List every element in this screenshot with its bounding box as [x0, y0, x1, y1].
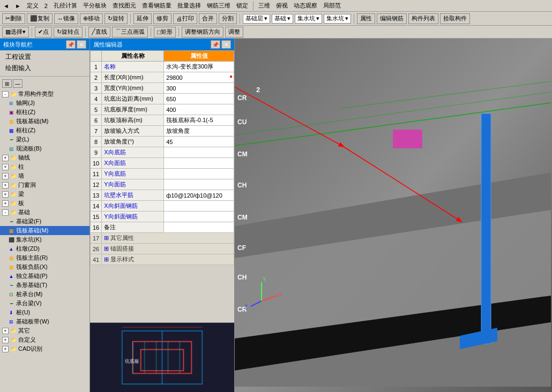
prop-value-14[interactable] — [164, 201, 234, 212]
collapse-btn[interactable]: — — [13, 79, 23, 88]
nav-back-btn[interactable]: ◄ — [1, 2, 11, 10]
sump2-dropdown[interactable]: 集水坑 ▾ — [324, 14, 351, 24]
tree-item-fb[interactable]: ━ 基础梁(F) — [0, 217, 89, 226]
plus-icon-26[interactable]: ⊞ — [104, 245, 109, 252]
prop-value-5[interactable]: 400 — [164, 104, 234, 115]
prop-value-16[interactable] — [164, 222, 234, 233]
delete-btn[interactable]: ✂ 删除 — [2, 13, 25, 24]
mirror-btn[interactable]: ↔ 镜像 — [54, 13, 78, 24]
tree-item-common[interactable]: - 📁 常用构件类型 — [0, 89, 89, 99]
tree-item-axisgroup[interactable]: + 📁 轴线 — [0, 153, 89, 162]
toolbar-avg-btn[interactable]: 平分板块 — [81, 1, 109, 11]
tree-item-wall[interactable]: + 📁 墙 — [0, 171, 89, 180]
tree-item-slab[interactable]: + 📁 板 — [0, 199, 89, 208]
prop-value-9[interactable] — [164, 147, 234, 158]
toolbar-rebar-qty-btn[interactable]: 查看钢筋量 — [140, 1, 174, 11]
plus-icon-41[interactable]: ⊞ — [104, 256, 109, 262]
toolbar-hole-btn[interactable]: 孔径计算 — [51, 1, 79, 11]
tree-item-frame[interactable]: ▩ 框柱(Z) — [0, 126, 89, 135]
expand-cad[interactable]: + — [2, 346, 9, 352]
property-btn[interactable]: 属性 — [357, 13, 375, 24]
tree-item-beam[interactable]: + 📁 梁 — [0, 190, 89, 199]
prop-value-6[interactable]: 筏板底标高-0.1(-5 — [164, 115, 234, 126]
point-btn[interactable]: ✔ 点 — [35, 27, 52, 37]
print-btn[interactable]: 🖨 打印 — [173, 13, 197, 24]
component-list-btn[interactable]: 构件列表 — [408, 13, 438, 24]
expand-door[interactable]: + — [2, 182, 9, 189]
select-btn[interactable]: ▦ 选择 ▾ — [2, 27, 29, 37]
layer-dropdown[interactable]: 基础层 ▾ — [243, 14, 270, 24]
sump-dropdown[interactable]: 集水坑 ▾ — [295, 14, 322, 24]
prop-value-13[interactable]: ф10@120/ф10@120 — [164, 190, 234, 201]
edit-rebar-btn[interactable]: 编辑钢筋 — [377, 13, 407, 24]
expand-beam[interactable]: + — [2, 191, 9, 198]
prop-value-3[interactable]: 300 — [164, 83, 234, 94]
tree-item-door[interactable]: + 📁 门窗洞 — [0, 180, 89, 190]
tree-item-foundation[interactable]: - 📁 基础 — [0, 208, 89, 217]
drawing-input-item[interactable]: 绘图输入 — [2, 63, 87, 74]
prop-value-15[interactable] — [164, 212, 234, 222]
expand-wall[interactable]: + — [2, 173, 9, 179]
tree-item-pier[interactable]: ▲ 柱墩(ZD) — [0, 244, 89, 253]
prop-value-10[interactable] — [164, 158, 234, 169]
tree-item-column[interactable]: ▣ 框柱(Z) — [0, 108, 89, 117]
tree-item-basestrip[interactable]: ⊞ 基础板带(W) — [0, 317, 89, 326]
line-btn[interactable]: ╱ 直线 — [88, 27, 110, 37]
expand-slab[interactable]: + — [2, 200, 9, 207]
tree-item-pillar[interactable]: + 📁 柱 — [0, 162, 89, 171]
tree-item-beam-l[interactable]: ━ 梁(L) — [0, 135, 89, 144]
plus-icon-17[interactable]: ⊞ — [104, 235, 109, 241]
split-btn[interactable]: 分割 — [219, 13, 237, 24]
toolbar-lock-btn[interactable]: 锁定 — [234, 1, 250, 11]
toolbar-topview-btn[interactable]: 俯视 — [274, 1, 290, 11]
tree-item-strip[interactable]: ━ 条形基础(T) — [0, 281, 89, 290]
project-settings-item[interactable]: 工程设置 — [2, 51, 87, 63]
nav-close-btn[interactable]: ✕ — [77, 40, 86, 49]
adjust-dir-btn[interactable]: 调整钢筋方向 — [182, 27, 223, 37]
toolbar-orbit-btn[interactable]: 动态观察 — [292, 1, 319, 11]
tree-item-isolated[interactable]: ▲ 独立基础(P) — [0, 272, 89, 281]
adjust-btn[interactable]: 调整 — [225, 27, 243, 37]
tree-item-axis[interactable]: ⊞ 轴网(J) — [0, 99, 89, 108]
pickup-btn[interactable]: 拾取构件 — [440, 13, 470, 24]
expand-btn[interactable]: ⊞ — [2, 79, 12, 88]
prop-section-41[interactable]: ⊞ 显示样式 — [102, 254, 234, 265]
expand-pillar[interactable]: + — [2, 164, 9, 170]
prop-section-17[interactable]: ⊞ 其它属性 — [102, 233, 234, 244]
tree-item-raft2[interactable]: ▦ 筏板基础(M) — [0, 226, 89, 235]
nav-pin-btn[interactable]: 📌 — [66, 40, 76, 49]
prop-close-btn[interactable]: ✕ — [221, 40, 231, 49]
tree-item-slab-b[interactable]: ▤ 现浇板(B) — [0, 144, 89, 153]
toolbar-3d-btn[interactable]: 三维 — [256, 1, 272, 11]
expand-axisgroup[interactable]: + — [2, 155, 9, 161]
move-btn[interactable]: ⊕ 移动 — [80, 13, 103, 24]
toolbar-define-btn[interactable]: 定义 — [25, 1, 41, 11]
prop-value-11[interactable] — [164, 169, 234, 179]
viewport[interactable]: CR CU CM CH CM CF CH CR 2 X Y Z — [235, 39, 552, 392]
prop-section-26[interactable]: ⊞ 锚固搭接 — [102, 244, 234, 254]
tree-item-raft[interactable]: ▦ 筏板基础(M) — [0, 117, 89, 126]
prop-value-12[interactable] — [164, 179, 234, 190]
rotate-btn[interactable]: ↻ 旋转 — [105, 13, 128, 24]
tree-item-sump[interactable]: ⬛ 集水坑(K) — [0, 235, 89, 244]
tree-item-raft-neg[interactable]: ▦ 筏板负筋(X) — [0, 262, 89, 272]
extend-btn[interactable]: 延伸 — [133, 13, 152, 24]
toolbar-rebar3d-btn[interactable]: 钢筋三维 — [205, 1, 233, 11]
tree-item-pile[interactable]: ⬇ 桩(U) — [0, 308, 89, 317]
arc-btn[interactable]: ⌒ 三点画弧 — [112, 27, 148, 37]
tree-item-cad[interactable]: + 📁 CAD识别 — [0, 344, 89, 353]
nav-fwd-btn[interactable]: ► — [13, 2, 23, 10]
trim-btn[interactable]: 修剪 — [153, 13, 171, 24]
prop-value-1[interactable]: 水沟-变长度300厚 — [164, 62, 234, 72]
prop-value-2[interactable]: 29800 ●→ — [164, 72, 234, 83]
rotate-point-btn[interactable]: ↻ 旋转点 — [54, 27, 83, 37]
tree-item-capbeam[interactable]: ━ 承台梁(V) — [0, 299, 89, 308]
tree-item-pilecap[interactable]: ⊡ 桩承台(M) — [0, 290, 89, 299]
prop-value-8[interactable]: 45 — [164, 137, 234, 147]
expand-common[interactable]: - — [2, 91, 9, 97]
prop-value-4[interactable]: 650 — [164, 94, 234, 104]
expand-other[interactable]: + — [2, 328, 9, 334]
tree-item-other[interactable]: + 📁 其它 — [0, 326, 89, 335]
prop-value-7[interactable]: 放坡角度 — [164, 126, 234, 137]
toolbar-2-btn[interactable]: 2 — [42, 2, 50, 10]
